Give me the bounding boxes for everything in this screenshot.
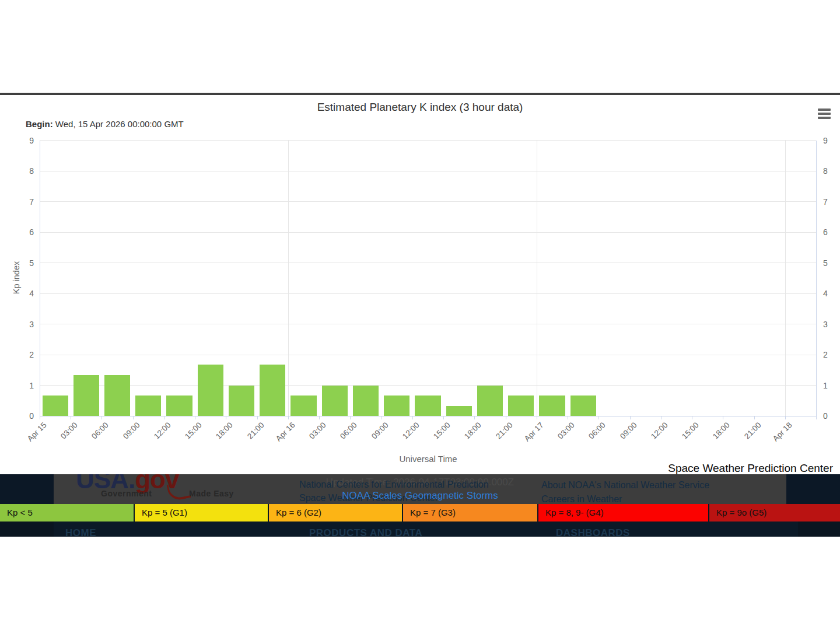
y-axis-line-left	[40, 141, 40, 416]
kp-bar[interactable]	[290, 396, 316, 416]
v-gridline	[537, 141, 537, 416]
h-gridline	[40, 385, 816, 386]
h-gridline	[40, 140, 816, 141]
y-axis-label-right: 0	[823, 411, 840, 421]
kp-bar[interactable]	[166, 396, 192, 416]
kp-bar[interactable]	[229, 386, 254, 416]
v-gridline	[288, 141, 289, 416]
x-axis-tick	[40, 416, 40, 419]
h-gridline	[40, 324, 816, 324]
y-axis-title: Kp index	[12, 242, 21, 314]
x-axis-tick	[71, 416, 71, 419]
x-axis-tick	[164, 416, 164, 419]
kp-bar[interactable]	[104, 375, 130, 416]
legend-segment: Kp = 8, 9- (G4)	[538, 504, 708, 522]
y-axis-label-right: 4	[823, 289, 840, 298]
kp-bar[interactable]	[539, 396, 565, 416]
h-gridline	[40, 293, 816, 294]
y-axis-label-right: 1	[823, 381, 840, 390]
kp-bar[interactable]	[446, 406, 472, 416]
footer-link[interactable]: Careers in Weather	[541, 494, 622, 504]
x-axis-tick	[661, 416, 662, 419]
x-axis-title: Universal Time	[370, 454, 487, 464]
nav-item[interactable]: PRODUCTS AND DATA	[309, 527, 422, 537]
y-axis-label-right: 3	[823, 320, 840, 329]
y-axis-label-right: 7	[823, 197, 840, 206]
kp-bar[interactable]	[260, 365, 285, 416]
x-axis-line	[40, 416, 817, 416]
footer-link[interactable]: National Centers for Environmental Predi…	[299, 480, 489, 490]
nav-corner-left	[0, 522, 54, 537]
nav-corner-right	[798, 522, 840, 537]
x-axis-tick	[568, 416, 568, 419]
x-axis-tick	[350, 416, 351, 419]
x-axis-tick	[382, 416, 382, 419]
kp-bar[interactable]	[477, 386, 503, 416]
x-axis-tick	[474, 416, 475, 419]
y-axis-label-left: 6	[10, 228, 34, 237]
h-gridline	[40, 232, 816, 233]
x-axis-tick	[506, 416, 506, 419]
y-axis-label-left: 0	[10, 411, 34, 421]
y-axis-label-right: 9	[823, 136, 840, 145]
x-axis-tick	[443, 416, 444, 419]
footer-content-area: USA.gov Government Made Easy Updated Tim…	[54, 474, 786, 504]
y-axis-label-right: 6	[823, 228, 840, 237]
h-gridline	[40, 355, 816, 355]
y-axis-label-left: 2	[10, 350, 34, 359]
kp-bar[interactable]	[135, 396, 161, 416]
y-axis-label-right: 2	[823, 350, 840, 359]
x-axis-tick	[630, 416, 631, 419]
x-axis-tick	[692, 416, 692, 419]
kp-bar[interactable]	[322, 386, 348, 416]
footer-nav-strip: HOMEPRODUCTS AND DATADASHBOARDS	[0, 522, 840, 537]
x-axis-tick	[257, 416, 258, 419]
chart-credits: Space Weather Prediction Center	[548, 462, 833, 475]
y-axis-label-left: 9	[10, 136, 34, 145]
x-axis-tick	[412, 416, 413, 419]
kp-bar[interactable]	[508, 396, 534, 416]
y-axis-label-left: 7	[10, 197, 34, 206]
x-axis-tick	[723, 416, 723, 419]
legend-segment: Kp = 7 (G3)	[403, 504, 537, 522]
kp-bar[interactable]	[198, 365, 223, 416]
kp-bar[interactable]	[353, 386, 379, 416]
h-gridline	[40, 262, 816, 263]
y-axis-label-right: 5	[823, 258, 840, 268]
x-axis-tick	[785, 416, 786, 419]
kp-scale-legend: Kp < 5Kp = 5 (G1)Kp = 6 (G2)Kp = 7 (G3)K…	[0, 504, 840, 522]
x-axis-tick	[319, 416, 320, 419]
y-axis-label-left: 3	[10, 320, 34, 329]
x-axis-tick	[754, 416, 755, 419]
nav-item[interactable]: HOME	[65, 527, 96, 537]
h-gridline	[40, 201, 816, 202]
x-axis-tick	[288, 416, 289, 419]
kp-bar[interactable]	[384, 396, 410, 416]
footer-link[interactable]: About NOAA's National Weather Service	[541, 480, 709, 491]
kp-bar[interactable]	[43, 396, 68, 416]
kp-bar[interactable]	[415, 396, 440, 416]
y-axis-label-right: 8	[823, 166, 840, 176]
y-axis-label-left: 8	[10, 166, 34, 176]
legend-segment: Kp = 6 (G2)	[269, 504, 402, 522]
swpc-kp-index-page: Estimated Planetary K index (3 hour data…	[0, 0, 840, 630]
x-axis-tick	[226, 416, 226, 419]
x-axis-tick	[598, 416, 599, 419]
x-axis-tick	[537, 416, 537, 419]
page-footer: USA.gov Government Made Easy Updated Tim…	[0, 474, 840, 537]
legend-segment: Kp = 5 (G1)	[135, 504, 268, 522]
x-axis-tick	[102, 416, 102, 419]
x-axis-tick	[133, 416, 134, 419]
nav-item[interactable]: DASHBOARDS	[556, 527, 630, 537]
kp-bar[interactable]	[570, 396, 596, 416]
plot-area: 00112233445566778899Apr 1503:0006:0009:0…	[0, 0, 840, 478]
x-axis-tick	[195, 416, 195, 419]
x-axis-tick	[816, 416, 817, 419]
noaa-scales-link[interactable]: NOAA Scales Geomagnetic Storms	[54, 490, 786, 502]
legend-segment: Kp = 9o (G5)	[709, 504, 840, 522]
h-gridline	[40, 171, 816, 172]
y-axis-label-left: 1	[10, 381, 34, 390]
kp-bar[interactable]	[74, 375, 99, 416]
y-axis-line-right	[816, 141, 817, 416]
legend-segment: Kp < 5	[0, 504, 134, 522]
